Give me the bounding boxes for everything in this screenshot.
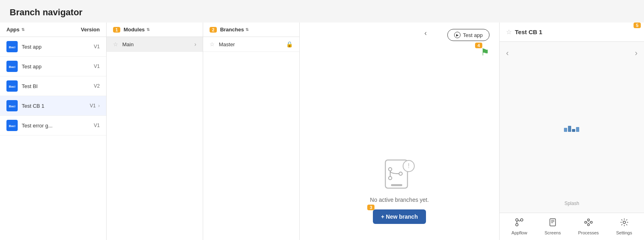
preview-screen: Splash (506, 62, 638, 206)
apps-sort-icon: ⇅ (21, 27, 25, 32)
branches-panel-header: 2 Branches ⇅ (203, 23, 299, 37)
screens-label: Screens (545, 230, 561, 235)
page: Branch navigator Apps ⇅ Version Backed T… (0, 0, 644, 240)
appflow-label: Appflow (512, 230, 527, 235)
page-title: Branch navigator (10, 7, 634, 18)
nav-item-settings[interactable]: Settings (616, 218, 632, 235)
app-logo: Backed (6, 80, 18, 92)
badge-5: 5 (634, 23, 641, 28)
modules-badge: 1 (113, 27, 120, 33)
svg-point-7 (389, 168, 392, 171)
center-content: ‹ ▶ Test app 4 ⚑ (300, 23, 499, 240)
svg-point-19 (516, 224, 518, 226)
modules-sort-icon: ⇅ (146, 27, 150, 32)
app-row[interactable]: Backed Test app V1 (0, 57, 106, 76)
svg-rect-6 (391, 184, 402, 186)
svg-point-17 (516, 219, 518, 221)
app-version: V1 (88, 123, 100, 128)
settings-label: Settings (616, 230, 632, 235)
svg-point-8 (389, 176, 392, 180)
app-logo: Backed (6, 120, 18, 131)
badge-3: 3 (367, 205, 374, 210)
right-panel-header: ☆ Test CB 1 5 (500, 23, 644, 42)
app-name: Test CB 1 (22, 103, 84, 109)
chevron-right-icon: › (194, 41, 196, 47)
svg-point-18 (521, 219, 523, 221)
no-branches-illustration: ! (381, 154, 418, 190)
svg-rect-14 (568, 126, 571, 132)
lock-icon: 🔒 (286, 41, 293, 47)
nav-item-appflow[interactable]: Appflow (512, 218, 527, 235)
svg-text:Backed: Backed (9, 105, 15, 108)
back-arrow-button[interactable]: ‹ (424, 29, 427, 37)
processes-label: Processes (578, 230, 599, 235)
app-row[interactable]: Backed Test app V1 (0, 37, 106, 57)
app-version: V1 (88, 44, 100, 49)
svg-text:!: ! (408, 162, 409, 169)
branches-panel: 2 Branches ⇅ ☆ Master 🔒 (203, 23, 300, 240)
app-logo: Backed (6, 100, 18, 111)
prev-arrow-button[interactable]: ‹ (506, 48, 509, 57)
app-name: Test app (22, 64, 88, 70)
modules-label: Modules (123, 27, 145, 33)
right-panel-nav: Appflow Screens (500, 213, 644, 240)
app-version: V1 (88, 64, 100, 69)
svg-rect-15 (572, 129, 575, 132)
star-icon: ☆ (113, 41, 118, 47)
nav-item-screens[interactable]: Screens (545, 218, 561, 235)
page-header: Branch navigator (0, 0, 644, 23)
svg-rect-16 (576, 127, 579, 132)
settings-icon (620, 218, 629, 229)
preview-nav: ‹ › (506, 48, 638, 57)
new-branch-label: + New branch (381, 213, 418, 220)
next-arrow-button[interactable]: › (635, 48, 638, 57)
apps-column-label: Apps (6, 27, 20, 33)
svg-point-25 (584, 222, 586, 224)
modules-sort[interactable]: Modules ⇅ (123, 27, 150, 33)
svg-text:Backed: Backed (9, 124, 15, 127)
modules-panel-header: 1 Modules ⇅ (107, 23, 203, 37)
apps-sort[interactable]: Apps ⇅ (6, 27, 25, 33)
module-item[interactable]: ☆ Main › (107, 37, 203, 52)
app-version: V1 (84, 103, 96, 109)
svg-text:Backed: Backed (9, 45, 15, 49)
version-column-label: Version (81, 27, 100, 33)
app-version: V2 (88, 83, 100, 89)
flag-area: 4 ⚑ (481, 47, 490, 58)
branch-name: Master (219, 41, 286, 47)
splash-label: Splash (564, 201, 579, 206)
processes-icon (584, 218, 593, 229)
modules-panel: 1 Modules ⇅ ☆ Main › (107, 23, 203, 240)
app-row-selected[interactable]: Backed Test CB 1 V1 › (0, 96, 106, 116)
svg-text:Backed: Backed (9, 65, 15, 68)
new-branch-button[interactable]: 3 + New branch (373, 209, 426, 224)
app-logo: Backed (6, 61, 18, 72)
app-logo: Backed (6, 41, 18, 52)
app-name: Test error g... (22, 123, 88, 129)
module-name: Main (122, 41, 194, 47)
app-row[interactable]: Backed Test BI V2 (0, 76, 106, 96)
branch-item[interactable]: ☆ Master 🔒 (203, 37, 299, 52)
star-icon: ☆ (506, 28, 512, 36)
chevron-right-icon: › (98, 103, 100, 109)
badge-5-container: 5 (634, 23, 644, 32)
appflow-icon (515, 218, 524, 229)
no-branches-area: ! No active branches yet. 3 + New branch (370, 154, 429, 224)
screens-icon (548, 218, 557, 229)
no-branches-text: No active branches yet. (370, 197, 429, 203)
svg-text:Backed: Backed (9, 85, 15, 88)
test-app-button[interactable]: ▶ Test app (447, 29, 490, 41)
branches-badge: 2 (210, 27, 217, 33)
apps-panel: Apps ⇅ Version Backed Test app V1 Backed… (0, 23, 107, 240)
svg-point-33 (623, 221, 625, 224)
preview-thumbnail (564, 126, 580, 134)
nav-item-processes[interactable]: Processes (578, 218, 599, 235)
app-row[interactable]: Backed Test error g... V1 (0, 116, 106, 135)
right-panel: ☆ Test CB 1 5 ‹ › (499, 23, 644, 240)
branches-sort[interactable]: Branches ⇅ (220, 27, 249, 33)
test-app-label: Test app (463, 32, 483, 38)
svg-point-27 (590, 222, 592, 224)
right-panel-preview: ‹ › Splash (500, 42, 644, 213)
flag-icon: ⚑ (481, 47, 490, 57)
app-name: Test BI (22, 83, 88, 89)
